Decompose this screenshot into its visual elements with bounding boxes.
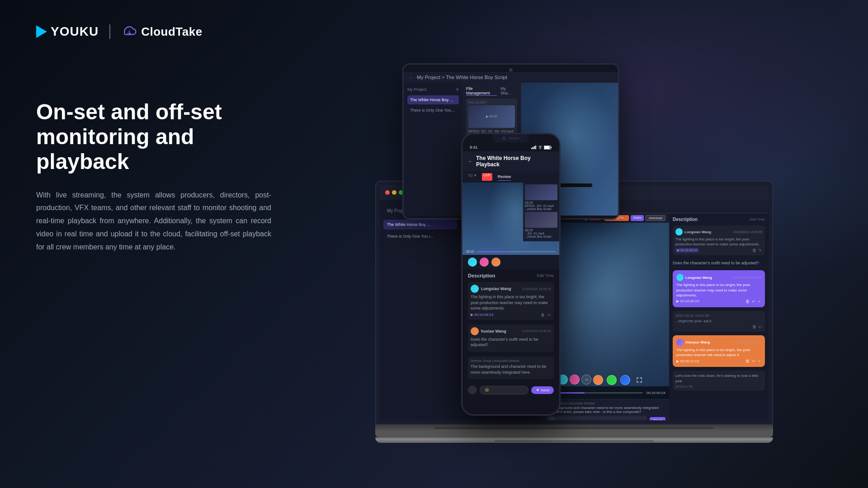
titlebar-dot-yellow: [392, 190, 396, 195]
cloudtake-text: CloudTake: [141, 25, 202, 39]
phone-back-icon[interactable]: ←: [468, 158, 473, 164]
laptop-download-btn[interactable]: download: [646, 215, 665, 221]
phone-status-icons: [531, 145, 552, 150]
phone-comment-input[interactable]: 😊: [480, 386, 528, 394]
video-user-4: [593, 375, 603, 385]
laptop-highlight-text: The lighting in this place is too bright…: [676, 282, 761, 298]
laptop-orange-check[interactable]: ✓: [758, 359, 761, 363]
laptop-edit-time[interactable]: Edit Time: [750, 217, 765, 221]
laptop-share-btn[interactable]: share: [631, 215, 644, 221]
laptop-comment-pink-note: Let's tone the reds down, he's starting …: [673, 371, 765, 390]
laptop-small-reply-icon[interactable]: ↩: [759, 324, 762, 329]
laptop-comments-panel: Description Edit Time Longxiao Wang: [669, 213, 769, 420]
phone-comment-1-header: Longxiao Wang 21/03/2024 16:09:35: [471, 285, 551, 293]
phone-comment-2-name: huxiao Wang: [481, 329, 506, 333]
laptop-base: [375, 437, 773, 443]
laptop-highlight-check[interactable]: ✓: [758, 299, 761, 304]
laptop-orange-footer: ▶ 00:56:07:02 🗑 ↩ ✓: [676, 359, 761, 363]
tablet-sidebar-item-2[interactable]: There is Only One You i...: [407, 106, 459, 115]
phone-comment-1-text: The lighting in this place is too bright…: [471, 294, 551, 311]
phone-desc-edit[interactable]: Edit Time: [537, 273, 554, 278]
phone-subtabs: V2 ▾ LIVE Review: [462, 171, 559, 183]
phone-avatars-row: [462, 255, 559, 269]
laptop-orange-date: 2022-03-21 16:01:35: [732, 341, 761, 344]
phone-comment-1-footer: ▶ 00:16:08:24 🗑 ↩: [471, 313, 551, 317]
phone-battery-icon: [544, 145, 552, 150]
phone-mini-filename-2: ...SH_01.mp4: [525, 232, 557, 235]
laptop-director-area: Director Group | Associate Director The …: [542, 399, 669, 420]
phone-comment-2-text: Does the character's outfit need to be a…: [471, 337, 551, 348]
tablet-file-tab-share[interactable]: My Sha...: [500, 86, 517, 96]
laptop-comment-1: Longxiao Wang 21/03/2024 16:09:35 The li…: [673, 225, 765, 255]
tablet-sidebar-item-1[interactable]: The White Horse Boy ...: [407, 95, 459, 104]
laptop-orange-reply[interactable]: ↩: [752, 359, 755, 363]
phone-video-controls: 06:15: [462, 250, 559, 253]
laptop-small-delete-icon[interactable]: 🗑: [752, 324, 756, 329]
laptop-main: My Project + The White Horse Boy ... The…: [380, 200, 769, 420]
svg-rect-2: [534, 146, 535, 150]
laptop-sidebar-item-horse[interactable]: The White Horse Boy ...: [383, 220, 458, 230]
phone-review-tab[interactable]: Review: [498, 173, 511, 181]
phone-comment-1-name: Longxiao Wang: [481, 286, 511, 291]
laptop-comment-input[interactable]: [546, 416, 647, 420]
phone-director-text: The background and character need to be …: [471, 364, 551, 375]
phone-header: ← The White Horse Boy Playback: [462, 151, 559, 171]
phone-input-row: 😊 Send: [468, 383, 554, 397]
phone-video-time: 06:15: [466, 250, 474, 253]
phone-comment-1-reply-icon[interactable]: ↩: [547, 313, 551, 317]
phone-desc-header: Description Edit Time: [468, 273, 554, 278]
laptop-highlight-delete[interactable]: 🗑: [745, 299, 750, 304]
laptop-highlight-actions: 🗑 ↩ ✓: [745, 299, 761, 304]
tablet-sidebar: My Project + The White Horse Boy ... The…: [404, 83, 462, 216]
laptop-comment-1-avatar: [675, 228, 683, 235]
hero-heading: On-set and off-set monitoring and playba…: [36, 99, 271, 174]
phone-comment-1: Longxiao Wang 21/03/2024 16:09:35 The li…: [468, 282, 554, 320]
logo-area: YOUKU CloudTake: [36, 23, 203, 40]
phone-title: The White Horse Boy Playback: [476, 155, 554, 168]
hero-description: With live streaming, the system allows p…: [36, 189, 271, 254]
video-fullscreen-icon[interactable]: [634, 375, 645, 385]
phone-time: 9:41: [470, 145, 478, 150]
phone-comment-list: Longxiao Wang 21/03/2024 16:09:35 The li…: [468, 282, 554, 383]
laptop-sidebar-item-you[interactable]: There is Only One You i...: [383, 231, 458, 241]
laptop-director-role: Director Group | Associate Director: [546, 402, 665, 405]
svg-rect-3: [535, 145, 536, 149]
video-user-right: [593, 375, 645, 385]
laptop-orange-time: ▶ 00:56:07:02: [676, 359, 699, 363]
laptop-comment-1-footer: ▶ 00:18:00:24 🗑 ✎: [675, 248, 762, 253]
laptop-video-time: 00:16:00:24: [646, 391, 665, 395]
phone-file-overlay: 09:25 EP023...SH_01.mp4 ...Horse Boy Scr…: [523, 183, 559, 241]
laptop-highlight-name: Longxiao Wang: [685, 276, 712, 280]
laptop-comment-1-time: ▶ 00:18:00:24: [675, 248, 699, 253]
laptop-outfit-question: Does the character's outfit need to be a…: [673, 259, 765, 267]
phone-send-button[interactable]: Send: [531, 386, 554, 394]
laptop-video-progress[interactable]: [553, 392, 643, 394]
tablet-file-tab-file[interactable]: File Management: [466, 86, 497, 96]
laptop-comment-1-delete-icon[interactable]: 🗑: [752, 248, 756, 253]
phone-description-area: Description Edit Time Longxiao Wang 21/0…: [462, 269, 559, 401]
laptop-orange-text: The lighting in this place is too bright…: [676, 347, 761, 357]
phone-mini-thumb-2: [525, 212, 557, 228]
tablet-sidebar-header: My Project +: [407, 86, 459, 93]
laptop-description-title: Description: [673, 217, 698, 222]
laptop-comment-1-actions: 🗑 ✎: [752, 248, 762, 253]
youku-logo: YOUKU: [36, 24, 99, 39]
phone-comment-2: huxiao Wang 21/03/2024 16:09:00 Does the…: [468, 324, 554, 352]
phone-emoji-icon[interactable]: 😊: [485, 388, 489, 392]
laptop-content: My Project > The White Horse Boy Script …: [380, 185, 769, 420]
laptop-notch: [556, 183, 592, 187]
laptop-highlight-time: ▶ 00:18:00:24: [676, 299, 699, 303]
laptop-pink-note-time: 00:00:01 PE: [675, 385, 762, 388]
laptop-comment-1-date: 21/03/2024 16:09:35: [733, 230, 762, 234]
laptop-orange-delete[interactable]: 🗑: [745, 359, 750, 363]
cloudtake-logo: CloudTake: [121, 23, 202, 40]
laptop-highlight-reply[interactable]: ↩: [752, 299, 755, 304]
devices-area: My Project > The White Horse Boy Script …: [348, 45, 868, 452]
laptop-comment-1-edit-icon[interactable]: ✎: [759, 248, 762, 253]
phone-comment-1-date: 21/03/2024 16:09:35: [522, 287, 551, 291]
laptop-comment-highlight: Longxiao Wang 21/03/2024 16:09:35 The li…: [673, 270, 765, 307]
phone-desc-title: Description: [468, 273, 495, 278]
laptop-send-button[interactable]: Send: [650, 417, 665, 421]
phone-video-progress[interactable]: [477, 251, 556, 252]
phone-comment-1-delete-icon[interactable]: 🗑: [541, 313, 545, 317]
